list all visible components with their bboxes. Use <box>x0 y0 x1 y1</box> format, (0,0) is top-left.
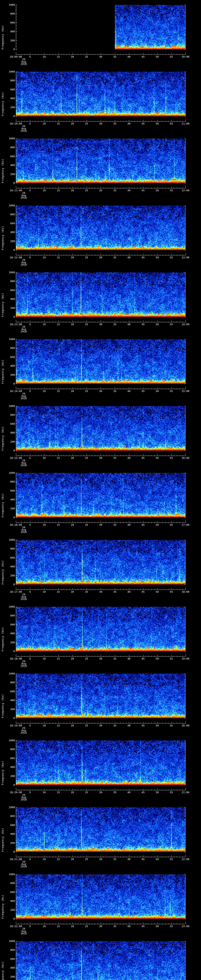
spectrogram-panel: Frequency (Hz) 18:18:00 19:00 29 Aug 201… <box>0 602 201 669</box>
x-tick-label: 30 <box>97 657 105 660</box>
x-tick-label: 40 <box>125 256 133 259</box>
x-tick-label: 35 <box>111 390 119 393</box>
spectrogram-panel: Frequency (Hz) 18:19:00 20:00 29 Aug 201… <box>0 669 201 736</box>
y-tick-label: 600 <box>1 824 15 827</box>
y-tick-label: 1000 <box>1 873 15 876</box>
y-tick-label: 400 <box>1 833 15 835</box>
x-tick-label: 45 <box>139 323 147 326</box>
x-tick-label: 30 <box>97 323 105 326</box>
y-tick-label: 0 <box>1 850 15 853</box>
axis-lines-and-ticks <box>16 205 185 255</box>
x-tick-label: 25 <box>83 590 91 593</box>
x-tick-label: 15 <box>54 390 62 393</box>
x-tick-label: 5 <box>26 457 34 460</box>
spectrogram-panel: Frequency (Hz) 18:10:00 11:00 29 Aug 201… <box>0 67 201 134</box>
x-tick-label: 55 <box>168 858 175 861</box>
x-tick-label: 50 <box>153 122 161 125</box>
y-tick-label: 1000 <box>1 739 15 742</box>
x-tick-label: 45 <box>139 56 147 58</box>
x-tick-label: 35 <box>111 122 119 125</box>
x-tick-label: 30 <box>97 523 105 526</box>
y-tick-label: 1000 <box>1 472 15 474</box>
axis-lines-and-ticks <box>16 740 185 790</box>
y-tick-label: 400 <box>1 565 15 568</box>
y-tick-label: 0 <box>1 249 15 251</box>
x-tick-label: 25 <box>83 925 91 928</box>
x-tick-label: 50 <box>153 791 161 794</box>
spectrogram-panel: Frequency (Hz) 18:22:00 23:00 29 Aug 201… <box>0 869 201 936</box>
y-tick-label: 800 <box>1 681 15 684</box>
date-year-label: 2016 <box>18 598 30 600</box>
x-tick-label: 20 <box>69 390 77 393</box>
x-tick-label: 25 <box>83 858 91 861</box>
x-tick-label: 15 <box>54 457 62 460</box>
axis-lines-and-ticks <box>16 72 185 121</box>
y-tick-label: 0 <box>1 650 15 653</box>
y-tick-label: 600 <box>1 289 15 292</box>
x-tick-label: 30 <box>97 256 105 259</box>
x-tick-label: 15 <box>54 657 62 660</box>
date-year-label: 2016 <box>18 197 30 199</box>
x-tick-label: 45 <box>139 791 147 794</box>
y-tick-label: 800 <box>1 949 15 951</box>
spectrogram-panel: Frequency (Hz) 18:14:00 15:00 29 Aug 201… <box>0 334 201 401</box>
x-axis-end-time-label: 10:00 <box>180 56 191 58</box>
y-tick-label: 200 <box>1 240 15 243</box>
x-tick-label: 30 <box>97 189 105 192</box>
x-tick-label: 5 <box>26 925 34 928</box>
x-tick-label: 45 <box>139 122 147 125</box>
axis-lines-and-ticks <box>16 607 185 657</box>
y-tick-label: 400 <box>1 900 15 902</box>
x-tick-label: 15 <box>54 523 62 526</box>
date-year-label: 2016 <box>18 397 30 399</box>
y-tick-label: 600 <box>1 356 15 358</box>
y-tick-label: 400 <box>1 699 15 702</box>
x-axis-end-time-label: 14:00 <box>180 323 191 326</box>
date-year-label: 2016 <box>18 732 30 734</box>
x-tick-label: 15 <box>54 122 62 125</box>
spectrogram-figure: Frequency (Hz) 18:09:00 10:00 29 Aug 201… <box>0 0 201 980</box>
x-tick-label: 45 <box>139 390 147 393</box>
y-tick-label: 200 <box>1 775 15 778</box>
x-tick-label: 55 <box>168 56 175 58</box>
x-tick-label: 45 <box>139 925 147 928</box>
y-tick-label: 200 <box>1 908 15 912</box>
y-tick-label: 600 <box>1 222 15 225</box>
x-tick-label: 35 <box>111 523 119 526</box>
x-axis-end-time-label: 15:00 <box>180 390 191 393</box>
y-tick-label: 800 <box>1 815 15 818</box>
x-tick-label: 50 <box>153 56 161 58</box>
axis-lines-and-ticks <box>16 5 185 55</box>
date-year-label: 2016 <box>18 799 30 801</box>
x-tick-label: 45 <box>139 256 147 259</box>
x-tick-label: 50 <box>153 858 161 861</box>
x-tick-label: 5 <box>26 858 34 861</box>
x-tick-label: 55 <box>168 657 175 660</box>
x-axis-end-time-label: 21:00 <box>180 791 191 794</box>
x-tick-label: 5 <box>26 122 34 125</box>
y-tick-label: 200 <box>1 641 15 644</box>
axis-lines-and-ticks <box>16 406 185 456</box>
y-tick-label: 800 <box>1 882 15 885</box>
x-tick-label: 45 <box>139 724 147 727</box>
x-tick-label: 15 <box>54 189 62 192</box>
y-tick-label: 400 <box>1 30 15 33</box>
x-tick-label: 40 <box>125 56 133 58</box>
x-tick-label: 50 <box>153 323 161 326</box>
x-tick-label: 35 <box>111 189 119 192</box>
x-tick-label: 40 <box>125 122 133 125</box>
x-tick-label: 5 <box>26 791 34 794</box>
x-axis-end-time-label: 13:00 <box>180 256 191 259</box>
date-year-label: 2016 <box>18 531 30 533</box>
x-tick-label: 25 <box>83 523 91 526</box>
x-tick-label: 35 <box>111 590 119 593</box>
x-tick-label: 20 <box>69 323 77 326</box>
y-tick-label: 0 <box>1 516 15 519</box>
x-tick-label: 55 <box>168 323 175 326</box>
x-tick-label: 20 <box>69 122 77 125</box>
x-tick-label: 10 <box>40 323 48 326</box>
x-axis-end-time-label: 23:00 <box>180 925 191 928</box>
x-tick-label: 40 <box>125 390 133 393</box>
x-tick-label: 55 <box>168 925 175 928</box>
y-tick-label: 600 <box>1 423 15 425</box>
